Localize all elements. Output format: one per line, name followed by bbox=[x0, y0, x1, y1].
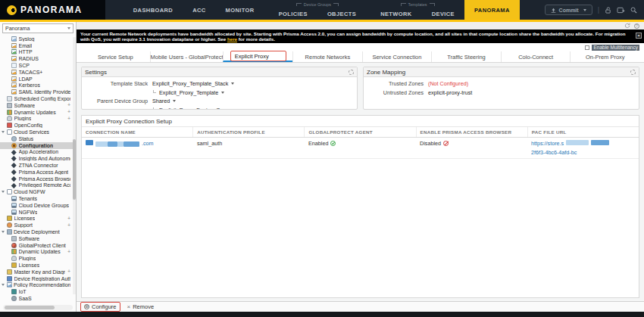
sidebar-item-software[interactable]: Software bbox=[0, 235, 76, 242]
sidebar-item-scheduled-config-export[interactable]: Scheduled Config Export bbox=[0, 95, 76, 102]
template-dropdown[interactable]: Explicit_Proxy_Template bbox=[152, 89, 224, 96]
sidebar-item-label: Plugins bbox=[19, 256, 36, 261]
sidebar-item-licenses[interactable]: Licenses+ bbox=[0, 216, 76, 222]
trusted-zones-label: Trusted Zones bbox=[367, 80, 428, 87]
sidebar-item-cloud-ngfw[interactable]: Cloud NGFW bbox=[0, 188, 76, 195]
tab-service-setup[interactable]: Service Setup bbox=[81, 51, 150, 62]
sidebar-item-policy-recommendation[interactable]: Policy Recommendation bbox=[0, 281, 76, 288]
sidebar-item-saml-identity-provider[interactable]: SAML Identity Provider bbox=[0, 89, 76, 95]
sidebar-item-iot[interactable]: IoT bbox=[0, 288, 76, 295]
sidebar-item-scp[interactable]: SCP bbox=[0, 62, 76, 69]
expand-icon[interactable]: + bbox=[67, 110, 70, 114]
tab-colo-connect[interactable]: Colo-Connect bbox=[501, 51, 571, 62]
commit-button[interactable]: Commit bbox=[545, 5, 592, 15]
parent-device-group-dropdown[interactable]: Shared bbox=[152, 98, 176, 104]
sidebar-item-kerberos[interactable]: Kerberos bbox=[0, 82, 76, 89]
nav-panorama[interactable]: PANORAMA bbox=[464, 0, 520, 20]
expand-icon[interactable]: + bbox=[67, 250, 70, 254]
nav-policies[interactable]: POLICIES bbox=[269, 8, 317, 20]
expand-icon[interactable]: + bbox=[67, 103, 70, 107]
sidebar-item-tenants[interactable]: Tenants bbox=[0, 195, 76, 202]
connection-name-cell[interactable]: .com bbox=[82, 138, 193, 158]
expand-icon[interactable]: + bbox=[67, 269, 70, 274]
configure-button[interactable]: ⊕ Configure bbox=[80, 302, 120, 312]
context-selector[interactable]: Panorama bbox=[2, 23, 73, 33]
search-icon[interactable] bbox=[630, 7, 637, 14]
nav-dashboard[interactable]: DASHBOARD bbox=[123, 0, 183, 20]
sidebar-item-configuration[interactable]: Configuration bbox=[0, 142, 76, 149]
sidebar-item-privileged-remote-access[interactable]: Privileged Remote Access bbox=[0, 182, 76, 189]
unlock-icon[interactable] bbox=[605, 7, 611, 14]
caret-down-icon[interactable] bbox=[2, 191, 5, 193]
caret-down-icon[interactable] bbox=[2, 131, 5, 133]
nav-acc[interactable]: ACC bbox=[183, 0, 215, 20]
sidebar-item-syslog[interactable]: Syslog bbox=[0, 36, 76, 42]
tab-mobile-users-globalprotect[interactable]: Mobile Users - GlobalProtect bbox=[150, 51, 224, 62]
radius-icon bbox=[11, 56, 17, 61]
sidebar-item-prisma-access-browser[interactable]: Prisma Access Browser bbox=[0, 176, 76, 182]
task-manager-icon[interactable] bbox=[617, 7, 625, 14]
sidebar-item-device-deployment[interactable]: Device Deployment bbox=[0, 228, 76, 235]
expand-icon[interactable]: + bbox=[67, 223, 70, 228]
remove-button[interactable]: × Remove bbox=[127, 303, 155, 310]
nav-monitor[interactable]: MONITOR bbox=[216, 0, 264, 20]
expand-icon[interactable]: + bbox=[67, 117, 70, 121]
sidebar-item-licenses[interactable]: Licenses bbox=[0, 262, 76, 269]
sidebar-item-dynamic-updates[interactable]: Dynamic Updates+ bbox=[0, 249, 76, 256]
sidebar-item-dynamic-updates[interactable]: Dynamic Updates+ bbox=[0, 109, 76, 116]
device-group-dropdown[interactable]: Explicit_Proxy_Device_Group bbox=[152, 107, 237, 110]
column-header-enable-prisma-access-browser[interactable]: ENABLE PRISMA ACCESS BROWSER bbox=[417, 127, 528, 137]
column-header-connection-name[interactable]: CONNECTION NAME bbox=[82, 127, 193, 137]
tab-remote-networks[interactable]: Remote Networks bbox=[292, 51, 362, 62]
enable-multitenancy-checkbox[interactable] bbox=[585, 45, 589, 50]
sidebar-item-insights-and-autonomous-di[interactable]: Insights And Autonomous DI bbox=[0, 155, 76, 162]
close-icon[interactable]: × bbox=[636, 33, 642, 39]
nav-network[interactable]: NETWORK bbox=[370, 8, 422, 20]
sidebar-item-app-acceleration[interactable]: App Acceleration bbox=[0, 149, 76, 156]
caret-down-icon[interactable] bbox=[2, 284, 5, 286]
nav-objects[interactable]: OBJECTS bbox=[317, 8, 366, 20]
pac-file-url-cell[interactable]: https://store.s2f6f3-4bc6-4afd-bc bbox=[527, 138, 639, 158]
template-stack-dropdown[interactable]: Explicit_Proxy_Template_Stack bbox=[152, 80, 234, 87]
tab-service-connection[interactable]: Service Connection bbox=[362, 51, 432, 62]
sidebar-item-radius[interactable]: RADIUS bbox=[0, 55, 76, 62]
tab-explicit-proxy[interactable]: Explicit Proxy bbox=[223, 51, 292, 62]
sidebar-item-globalprotect-client[interactable]: GlobalProtect Client bbox=[0, 242, 76, 249]
sidebar: Panorama SyslogEmailHTTPRADIUSSCPTACACS+… bbox=[0, 22, 77, 312]
sidebar-item-openconfig[interactable]: OpenConfig bbox=[0, 122, 76, 129]
sidebar-horizontal-scrollbar[interactable] bbox=[3, 305, 73, 310]
column-header-authentication-profile[interactable]: AUTHENTICATION PROFILE bbox=[193, 127, 305, 137]
sidebar-item-ztna-connector[interactable]: ZTNA Connector bbox=[0, 162, 76, 169]
device-deployment-icon bbox=[7, 229, 12, 235]
sidebar-vertical-scrollbar[interactable] bbox=[73, 37, 76, 294]
sidebar-item-master-key-and-diagnostics[interactable]: Master Key and Diagnostics+ bbox=[0, 269, 76, 275]
sidebar-item-cloud-services[interactable]: Cloud Services bbox=[0, 129, 76, 135]
sidebar-item-tacacs[interactable]: TACACS+ bbox=[0, 69, 76, 76]
banner-here-link[interactable]: here bbox=[227, 36, 237, 42]
tab-traffic-steering[interactable]: Traffic Steering bbox=[431, 51, 501, 62]
sidebar-item-cloud-device-groups[interactable]: Cloud Device Groups bbox=[0, 202, 76, 209]
sidebar-item-prisma-access-agent[interactable]: Prisma Access Agent bbox=[0, 169, 76, 176]
caret-down-icon[interactable] bbox=[2, 231, 5, 233]
column-header-pac-file-url[interactable]: PAC FILE URL bbox=[528, 127, 639, 137]
sidebar-item-plugins[interactable]: Plugins+ bbox=[0, 116, 76, 123]
sidebar-item-status[interactable]: Status bbox=[0, 135, 76, 142]
gear-icon[interactable] bbox=[630, 70, 636, 75]
gear-icon[interactable] bbox=[349, 70, 354, 75]
sidebar-item-http[interactable]: HTTP bbox=[0, 49, 76, 56]
sidebar-item-device-registration-auth-key[interactable]: Device Registration Auth Key bbox=[0, 275, 76, 282]
sidebar-item-support[interactable]: Support+ bbox=[0, 222, 76, 228]
sidebar-item-saas[interactable]: SaaS bbox=[0, 295, 76, 302]
sidebar-item-email[interactable]: Email bbox=[0, 42, 76, 49]
column-header-globalprotect-agent[interactable]: GLOBALPROTECT AGENT bbox=[305, 127, 416, 137]
sidebar-item-ldap[interactable]: LDAP bbox=[0, 76, 76, 82]
refresh-icon[interactable] bbox=[624, 23, 630, 29]
nav-device[interactable]: DEVICE bbox=[422, 8, 464, 20]
table-row[interactable]: .com saml_auth Enabled Disabled https: bbox=[82, 138, 639, 159]
sidebar-item-software[interactable]: Software+ bbox=[0, 102, 76, 109]
tab-on-prem-proxy[interactable]: On-Prem Proxy bbox=[570, 51, 639, 62]
sidebar-item-ngfws[interactable]: NGFWs bbox=[0, 209, 76, 216]
help-icon[interactable]: ? bbox=[634, 23, 639, 29]
expand-icon[interactable]: + bbox=[67, 216, 70, 221]
sidebar-item-plugins[interactable]: Plugins bbox=[0, 255, 76, 262]
